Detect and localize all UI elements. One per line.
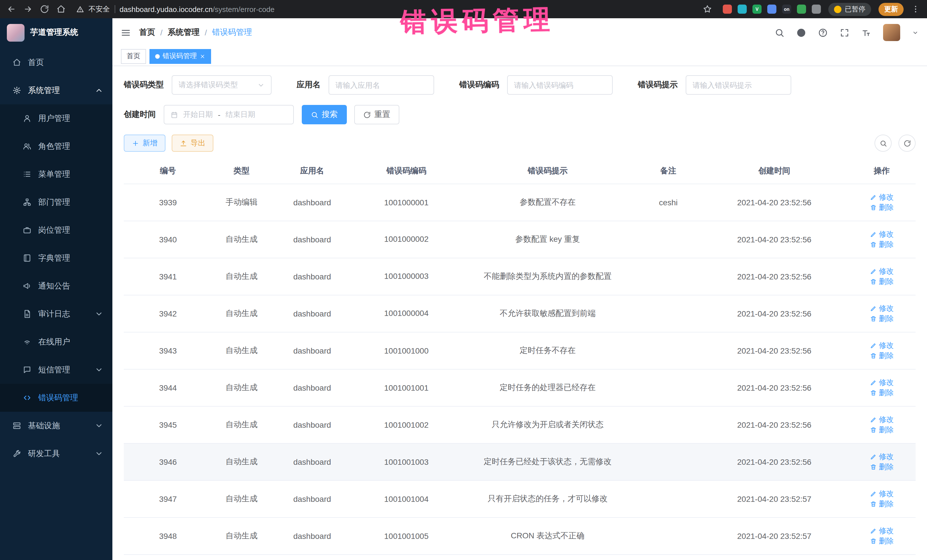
breadcrumb-item[interactable]: 首页 [139, 27, 155, 38]
edit-link[interactable]: 修改 [870, 229, 894, 240]
breadcrumb-item[interactable]: 系统管理 [168, 27, 200, 38]
edit-link[interactable]: 修改 [870, 378, 894, 388]
app-logo-row[interactable]: 芋道管理系统 [0, 18, 112, 47]
github-icon[interactable] [796, 28, 806, 37]
edit-link[interactable]: 修改 [870, 489, 894, 499]
delete-link[interactable]: 删除 [870, 314, 894, 324]
delete-link[interactable]: 删除 [870, 462, 894, 472]
delete-link[interactable]: 删除 [870, 202, 894, 213]
tab-error-code[interactable]: 错误码管理 [149, 49, 211, 64]
sidebar-item-dept[interactable]: 部门管理 [0, 188, 112, 216]
reload-icon[interactable] [40, 5, 49, 14]
address-bar[interactable]: 不安全 dashboard.yudao.iocoder.cn/system/er… [73, 4, 715, 14]
sidebar-item-post[interactable]: 岗位管理 [0, 216, 112, 244]
error-hint-input[interactable] [686, 75, 791, 95]
browser-home-icon[interactable] [56, 5, 65, 14]
cell-error-hint: 定时任务不存在 [459, 332, 636, 369]
sidebar-item-devtools[interactable]: 研发工具 [0, 440, 112, 467]
edit-link[interactable]: 修改 [870, 414, 894, 425]
toggle-search-button[interactable] [874, 135, 892, 152]
cell-app-name: dashboard [271, 295, 353, 332]
paused-badge[interactable]: 已暂停 [828, 3, 871, 16]
error-code-type-select[interactable]: 请选择错误码类型 [172, 75, 272, 95]
extension-icon[interactable]: on [782, 5, 791, 14]
delete-link[interactable]: 删除 [870, 351, 894, 361]
font-size-icon[interactable] [862, 28, 871, 37]
error-code-value: 1001000004 [381, 307, 432, 320]
tab-home[interactable]: 首页 [121, 49, 146, 64]
sidebar-item-dict[interactable]: 字典管理 [0, 244, 112, 272]
table-row: 3944自动生成dashboard1001001001定时任务的处理器已经存在2… [124, 369, 916, 406]
delete-link[interactable]: 删除 [870, 536, 894, 546]
extension-icon[interactable] [738, 5, 747, 14]
sidebar-toggle-icon[interactable] [121, 28, 131, 37]
update-button[interactable]: 更新 [878, 3, 904, 16]
help-icon[interactable] [818, 28, 828, 37]
fullscreen-icon[interactable] [840, 28, 849, 37]
cell-error-hint: 不能删除类型为系统内置的参数配置 [459, 258, 636, 295]
sidebar-item-menu[interactable]: 菜单管理 [0, 160, 112, 188]
search-icon [879, 140, 887, 147]
delete-link[interactable]: 删除 [870, 240, 894, 250]
back-icon[interactable] [7, 5, 16, 14]
user-menu-caret-icon[interactable] [912, 29, 918, 36]
sidebar-item-home[interactable]: 首页 [0, 49, 112, 76]
sidebar-item-online-user[interactable]: 在线用户 [0, 328, 112, 356]
sidebar-item-user[interactable]: 用户管理 [0, 104, 112, 132]
reset-button[interactable]: 重置 [354, 105, 399, 124]
delete-link[interactable]: 删除 [870, 425, 894, 435]
delete-link[interactable]: 删除 [870, 499, 894, 509]
edit-link[interactable]: 修改 [870, 304, 894, 314]
extension-icon[interactable] [797, 5, 806, 14]
table-refresh-button[interactable] [898, 135, 916, 152]
sidebar-item-notice[interactable]: 通知公告 [0, 272, 112, 300]
sidebar-item-role[interactable]: 角色管理 [0, 132, 112, 160]
create-time-range[interactable]: 开始日期 - 结束日期 [164, 105, 294, 124]
sidebar-item-infra[interactable]: 基础设施 [0, 412, 112, 440]
delete-link-label: 删除 [879, 240, 894, 250]
cell-id: 3942 [124, 295, 212, 332]
extension-icon[interactable] [812, 5, 821, 14]
cell-type: 手动编辑 [212, 184, 271, 221]
start-date-placeholder: 开始日期 [183, 109, 213, 120]
close-icon[interactable] [200, 53, 205, 59]
app-name-input[interactable] [328, 75, 434, 95]
extension-icon[interactable] [723, 5, 732, 14]
delete-link[interactable]: 删除 [870, 276, 894, 287]
url-domain: dashboard.yudao.iocoder.cn [120, 5, 213, 14]
search-button[interactable]: 搜索 [302, 105, 347, 124]
extension-icon[interactable]: V [752, 5, 761, 14]
error-code-input[interactable] [507, 75, 613, 95]
tools-icon [12, 449, 21, 458]
edit-link[interactable]: 修改 [870, 340, 894, 351]
sidebar-item-sms[interactable]: 短信管理 [0, 356, 112, 384]
forward-icon[interactable] [23, 5, 32, 14]
header-search-icon[interactable] [775, 28, 784, 37]
bookmark-star-icon[interactable] [703, 5, 712, 14]
edit-link[interactable]: 修改 [870, 266, 894, 276]
cell-app-name: dashboard [271, 443, 353, 480]
extension-icon[interactable] [767, 5, 777, 14]
sidebar-item-error-code[interactable]: 错误码管理 [0, 384, 112, 412]
sidebar-item-audit-log[interactable]: 审计日志 [0, 300, 112, 328]
sidebar-item-label: 部门管理 [38, 197, 103, 207]
avatar[interactable] [883, 24, 900, 41]
edit-link[interactable]: 修改 [870, 452, 894, 462]
add-button[interactable]: 新增 [124, 135, 166, 152]
column-header: 创建时间 [701, 159, 848, 184]
table-row: 3940自动生成dashboard1001000002参数配置 key 重复20… [124, 221, 916, 258]
browser-menu-icon[interactable] [911, 5, 920, 14]
cell-operations: 修改删除 [848, 295, 916, 332]
error-hint-label: 错误码提示 [638, 80, 678, 90]
breadcrumb-item: 错误码管理 [212, 27, 252, 38]
edit-link[interactable]: 修改 [870, 526, 894, 536]
edit-link[interactable]: 修改 [870, 192, 894, 202]
sidebar-item-system[interactable]: 系统管理 [0, 76, 112, 104]
cell-app-name: dashboard [271, 480, 353, 518]
error-code-value: 1001001004 [384, 495, 429, 504]
delete-link[interactable]: 删除 [870, 388, 894, 398]
cell-error-code: 1001001000 [353, 332, 459, 369]
security-label[interactable]: 不安全 [88, 4, 110, 14]
filter-create-time: 创建时间 开始日期 - 结束日期 [124, 105, 294, 124]
export-button[interactable]: 导出 [172, 135, 213, 152]
